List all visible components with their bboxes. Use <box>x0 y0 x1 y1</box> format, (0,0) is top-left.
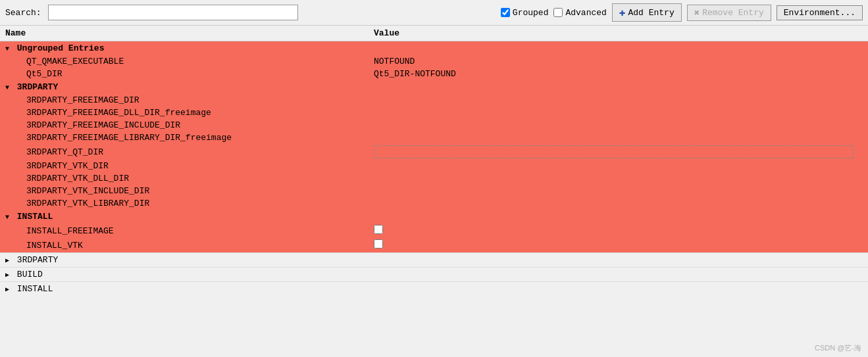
table-row[interactable]: 3RDPARTY_FREEIMAGE_INCLUDE_DIR <box>0 119 868 131</box>
table-row[interactable]: ▶ INSTALL <box>0 282 868 297</box>
collapsed-group-value <box>369 253 868 268</box>
entry-name: 3RDPARTY_FREEIMAGE_DIR <box>0 94 369 107</box>
collapsed-group-value <box>369 268 868 282</box>
add-entry-button[interactable]: ✚ Add Entry <box>612 3 682 22</box>
plus-icon: ✚ <box>619 6 626 19</box>
entry-value <box>369 131 868 144</box>
collapse-arrow[interactable]: ▼ <box>5 214 9 221</box>
entry-value-dotted[interactable] <box>369 144 868 160</box>
table-row[interactable]: QT_QMAKE_EXECUTABLE NOTFOUND <box>0 55 868 68</box>
expand-arrow[interactable]: ▶ <box>5 285 9 293</box>
remove-entry-button[interactable]: ✖ Remove Entry <box>687 5 771 21</box>
table-row[interactable]: INSTALL_FREEIMAGE <box>0 224 868 238</box>
grouped-checkbox-label[interactable]: Grouped <box>501 8 549 18</box>
x-icon: ✖ <box>694 7 700 18</box>
toolbar: Search: Grouped Advanced ✚ Add Entry ✖ R… <box>0 0 868 26</box>
entries-table: Name Value ▼ Ungrouped Entries QT_QMAKE_… <box>0 26 868 296</box>
remove-entry-label: Remove Entry <box>702 8 764 18</box>
table-row[interactable]: 3RDPARTY_QT_DIR <box>0 144 868 160</box>
entry-value-checkbox[interactable] <box>369 238 868 253</box>
environment-button[interactable]: Environment... <box>777 5 863 20</box>
table-row[interactable]: ▼ INSTALL <box>0 210 868 224</box>
group-value <box>369 41 868 56</box>
collapsed-group-name: ▶ BUILD <box>0 268 369 282</box>
table-row[interactable]: 3RDPARTY_FREEIMAGE_LIBRARY_DIR_freeimage <box>0 131 868 144</box>
entry-name: 3RDPARTY_FREEIMAGE_LIBRARY_DIR_freeimage <box>0 131 369 144</box>
entry-name: 3RDPARTY_VTK_LIBRARY_DIR <box>0 197 369 210</box>
collapse-arrow[interactable]: ▼ <box>5 45 9 53</box>
table-row[interactable]: 3RDPARTY_FREEIMAGE_DIR <box>0 94 868 107</box>
entry-value: NOTFOUND <box>369 55 868 68</box>
table-row[interactable]: ▼ 3RDPARTY <box>0 80 868 94</box>
group-name: ▼ INSTALL <box>0 210 369 224</box>
grouped-label: Grouped <box>513 8 549 18</box>
entry-name: QT_QMAKE_EXECUTABLE <box>0 55 369 68</box>
advanced-checkbox-label[interactable]: Advanced <box>553 8 606 18</box>
table-row[interactable]: 3RDPARTY_VTK_DIR <box>0 160 868 172</box>
table-row[interactable]: 3RDPARTY_FREEIMAGE_DLL_DIR_freeimage <box>0 107 868 119</box>
table-row[interactable]: Qt5_DIR Qt5_DIR-NOTFOUND <box>0 68 868 80</box>
grouped-checkbox[interactable] <box>501 8 510 17</box>
search-input[interactable] <box>48 5 298 20</box>
entry-value <box>369 94 868 107</box>
table-row[interactable]: 3RDPARTY_VTK_DLL_DIR <box>0 172 868 185</box>
toolbar-controls: Grouped Advanced ✚ Add Entry ✖ Remove En… <box>501 3 863 22</box>
entry-value <box>369 160 868 172</box>
entry-value <box>369 119 868 131</box>
entry-value <box>369 197 868 210</box>
entry-name: 3RDPARTY_VTK_DIR <box>0 160 369 172</box>
table-row[interactable]: 3RDPARTY_VTK_INCLUDE_DIR <box>0 185 868 197</box>
advanced-checkbox[interactable] <box>553 8 563 17</box>
advanced-label: Advanced <box>565 8 606 18</box>
table-row[interactable]: INSTALL_VTK <box>0 238 868 253</box>
table-row[interactable]: 3RDPARTY_VTK_LIBRARY_DIR <box>0 197 868 210</box>
search-label: Search: <box>5 8 41 18</box>
entry-name: 3RDPARTY_QT_DIR <box>0 144 369 160</box>
entry-name: 3RDPARTY_VTK_DLL_DIR <box>0 172 369 185</box>
entry-name: 3RDPARTY_FREEIMAGE_DLL_DIR_freeimage <box>0 107 369 119</box>
entry-value <box>369 107 868 119</box>
environment-label: Environment... <box>784 8 855 18</box>
table-row[interactable]: ▼ Ungrouped Entries <box>0 41 868 56</box>
expand-arrow[interactable]: ▶ <box>5 271 9 279</box>
collapsed-group-name: ▶ 3RDPARTY <box>0 253 369 268</box>
entry-value <box>369 172 868 185</box>
group-name: ▼ 3RDPARTY <box>0 80 369 94</box>
table-container: Name Value ▼ Ungrouped Entries QT_QMAKE_… <box>0 26 868 296</box>
collapsed-group-name: ▶ INSTALL <box>0 282 369 297</box>
entry-value <box>369 185 868 197</box>
table-row[interactable]: ▶ BUILD <box>0 268 868 282</box>
entry-value: Qt5_DIR-NOTFOUND <box>369 68 868 80</box>
entry-name: INSTALL_FREEIMAGE <box>0 224 369 238</box>
col-header-value: Value <box>369 26 868 41</box>
group-value <box>369 210 868 224</box>
expand-arrow[interactable]: ▶ <box>5 256 9 264</box>
entry-name: 3RDPARTY_VTK_INCLUDE_DIR <box>0 185 369 197</box>
collapse-arrow[interactable]: ▼ <box>5 84 9 91</box>
entry-name: 3RDPARTY_FREEIMAGE_INCLUDE_DIR <box>0 119 369 131</box>
col-header-name: Name <box>0 26 369 41</box>
table-row[interactable]: ▶ 3RDPARTY <box>0 253 868 268</box>
collapsed-group-value <box>369 282 868 297</box>
entry-value-checkbox[interactable] <box>369 224 868 238</box>
entry-name: Qt5_DIR <box>0 68 369 80</box>
group-name: ▼ Ungrouped Entries <box>0 41 369 56</box>
entry-name: INSTALL_VTK <box>0 238 369 253</box>
group-value <box>369 80 868 94</box>
add-entry-label: Add Entry <box>628 8 675 18</box>
